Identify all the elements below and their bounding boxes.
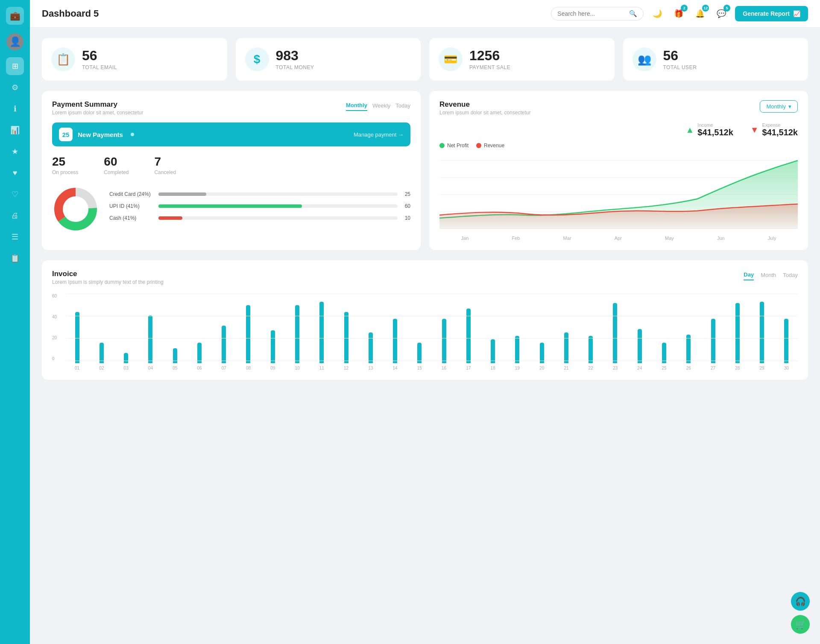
chart-col: 24 xyxy=(628,329,651,370)
invoice-tab-today[interactable]: Today xyxy=(783,270,798,280)
user-stat-icon: 👥 xyxy=(633,47,656,71)
tab-weekly[interactable]: Weekly xyxy=(372,101,390,111)
revenue-stats: ▲ Income $41,512k ▼ Expense $41,512k xyxy=(439,122,798,137)
chart-label: 06 xyxy=(197,366,202,370)
chart-col: 13 xyxy=(359,332,382,370)
gift-button[interactable]: 🎁 2 xyxy=(671,6,686,21)
page-title: Dashboard 5 xyxy=(42,8,99,19)
chart-label: 13 xyxy=(368,366,373,370)
chart-label: 17 xyxy=(466,366,471,370)
support-button[interactable]: 🎧 xyxy=(791,592,810,611)
new-payments-count: 25 xyxy=(59,128,73,141)
chart-col: 25 xyxy=(653,343,675,370)
chart-bar xyxy=(515,336,519,363)
chart-col: 30 xyxy=(775,319,798,370)
sidebar-item-list[interactable]: ☰ xyxy=(6,228,24,246)
chart-col: 14 xyxy=(384,319,406,370)
chart-label: 02 xyxy=(99,366,104,370)
donut-chart xyxy=(52,186,99,233)
manage-payment-link[interactable]: Manage payment → xyxy=(354,131,404,138)
user-stat-text: 56 TOTAL USER xyxy=(663,48,697,70)
payment-stat-icon: 💳 xyxy=(439,47,463,71)
bar-row-credit: Credit Card (24%) 25 xyxy=(109,191,410,197)
cash-fill xyxy=(158,216,182,220)
invoice-tabs: Day Month Today xyxy=(744,270,798,280)
cash-count: 10 xyxy=(402,215,410,221)
revenue-card: Revenue Lorem ipsum dolor sit amet, cons… xyxy=(429,91,808,250)
search-input[interactable] xyxy=(557,10,626,17)
chart-col: 16 xyxy=(433,319,455,370)
header: Dashboard 5 🔍 🌙 🎁 2 🔔 12 💬 5 Gen xyxy=(30,0,820,28)
avatar-image: 👤 xyxy=(9,36,21,47)
search-box[interactable]: 🔍 xyxy=(551,7,644,20)
cash-label: Cash (41%) xyxy=(109,215,154,221)
sidebar-item-docs[interactable]: 📋 xyxy=(6,249,24,267)
cart-button[interactable]: 🛒 xyxy=(791,615,810,634)
revenue-subtitle: Lorem ipsum dolor sit amet, consectetur xyxy=(439,110,530,116)
chart-col: 01 xyxy=(66,312,88,370)
credit-card-fill xyxy=(158,192,206,196)
legend-revenue: Revenue xyxy=(476,143,504,149)
chart-label: 20 xyxy=(539,366,544,370)
chart-col: 10 xyxy=(286,305,308,370)
print-icon: 🖨 xyxy=(11,211,19,220)
star-icon: ★ xyxy=(12,147,18,156)
payment-section: Credit Card (24%) 25 UPI ID (41%) 60 xyxy=(52,186,410,233)
payment-bars: Credit Card (24%) 25 UPI ID (41%) 60 xyxy=(109,191,410,227)
tab-monthly[interactable]: Monthly xyxy=(346,100,367,111)
chart-col: 07 xyxy=(213,326,235,370)
chart-bar-icon: 📈 xyxy=(793,10,800,17)
chart-col: 12 xyxy=(335,312,357,370)
y-label-20: 20 xyxy=(52,335,62,340)
revenue-chart-container: 120 90 60 30 0 Jan Feb xyxy=(439,152,798,241)
revenue-monthly-btn[interactable]: Monthly ▾ xyxy=(760,100,798,113)
theme-toggle[interactable]: 🌙 xyxy=(650,6,665,21)
income-text: Income $41,512k xyxy=(697,122,733,137)
chart-bar xyxy=(393,319,397,363)
money-stat-icon: $ xyxy=(245,47,269,71)
new-payments-bar: 25 New Payments Manage payment → xyxy=(52,122,410,146)
sidebar-logo[interactable]: 💼 xyxy=(6,7,24,25)
new-payments-left: 25 New Payments xyxy=(59,128,134,141)
revenue-title: Revenue xyxy=(439,100,530,109)
payment-summary-title: Payment Summary xyxy=(52,100,143,109)
chart-col: 23 xyxy=(604,303,627,370)
chart-label: 26 xyxy=(686,366,691,370)
sidebar-item-settings[interactable]: ⚙ xyxy=(6,79,24,96)
sidebar-item-heart[interactable]: ♥ xyxy=(6,164,24,182)
chart-label: 28 xyxy=(735,366,740,370)
red-area xyxy=(439,204,798,229)
chat-button[interactable]: 💬 5 xyxy=(714,6,729,21)
avatar[interactable]: 👤 xyxy=(6,33,23,50)
chart-col: 21 xyxy=(555,332,577,370)
revenue-dot xyxy=(476,143,481,148)
invoice-tab-month[interactable]: Month xyxy=(761,270,776,280)
chart-bar xyxy=(369,332,373,363)
sidebar-item-chart[interactable]: 📊 xyxy=(6,121,24,139)
sidebar-item-dashboard[interactable]: ⊞ xyxy=(6,57,24,75)
invoice-title: Invoice xyxy=(52,270,164,278)
on-process-block: 25 On process xyxy=(52,155,78,175)
float-buttons: 🎧 🛒 xyxy=(791,592,810,634)
invoice-chart-area: 0102030405060708091011121314151617181920… xyxy=(66,294,798,370)
stat-card-email: 📋 56 TOTAL EMAIL xyxy=(42,38,227,81)
sidebar-item-star[interactable]: ★ xyxy=(6,143,24,160)
settings-icon: ⚙ xyxy=(12,83,18,92)
chart-label: 18 xyxy=(491,366,495,370)
sidebar-item-print[interactable]: 🖨 xyxy=(6,207,24,224)
search-icon: 🔍 xyxy=(629,10,637,17)
info-icon: ℹ xyxy=(14,104,17,114)
chart-bar xyxy=(344,312,348,363)
tab-today[interactable]: Today xyxy=(395,101,410,111)
chart-label: 30 xyxy=(784,366,789,370)
chart-label: 27 xyxy=(711,366,715,370)
generate-report-button[interactable]: Generate Report 📈 xyxy=(735,6,808,21)
bell-button[interactable]: 🔔 12 xyxy=(692,6,708,21)
revenue-label: Revenue xyxy=(484,143,504,149)
chart-label: 21 xyxy=(564,366,568,370)
sidebar-item-heart2[interactable]: ♡ xyxy=(6,185,24,203)
chart-label: 07 xyxy=(222,366,226,370)
sidebar-item-info[interactable]: ℹ xyxy=(6,100,24,118)
invoice-tab-day[interactable]: Day xyxy=(744,270,754,280)
chart-label: 25 xyxy=(662,366,666,370)
